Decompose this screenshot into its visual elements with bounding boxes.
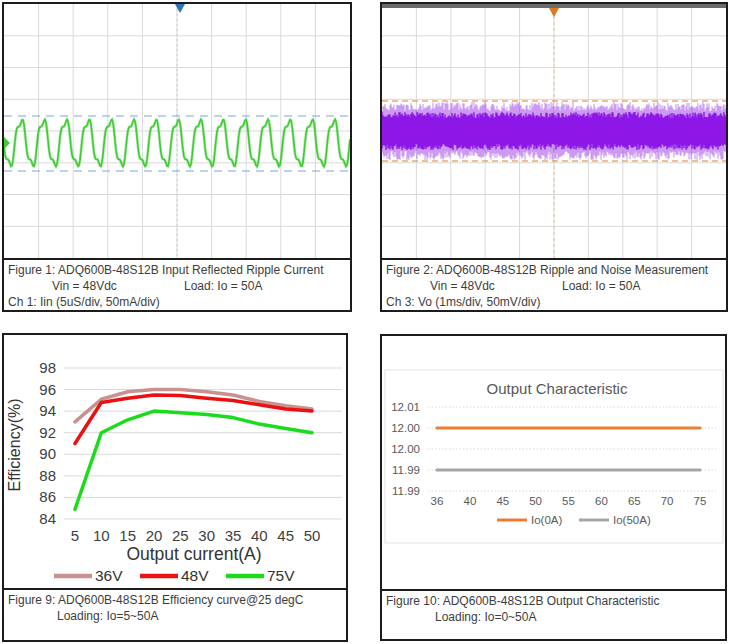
output-characteristic-chart: Output Characteristic12.0112.0012.0011.9…	[382, 336, 725, 589]
efficiency-xtick-label: 25	[172, 527, 189, 544]
output-ytick-label: 11.99	[392, 485, 420, 497]
figure10-title: Figure 10: ADQ600B-48S12B Output Charact…	[386, 593, 721, 609]
figure1-load: Load: Io = 50A	[184, 278, 262, 294]
figure2-title: Figure 2: ADQ600B-48S12B Ripple and Nois…	[386, 262, 722, 278]
output-xtick-label: 75	[694, 495, 707, 507]
output-xtick-label: 60	[595, 495, 608, 507]
output-ytick-label: 11.99	[392, 464, 420, 476]
figure2-panel: Figure 2: ADQ600B-48S12B Ripple and Nois…	[380, 2, 728, 312]
output-xtick-label: 70	[661, 495, 674, 507]
efficiency-ytick-label: 96	[39, 381, 56, 398]
scope1-waveform-chart	[4, 4, 350, 258]
figure1-channel: Ch 1: Iin (5uS/div, 50mA/div)	[8, 294, 346, 310]
legend-label-48v: 48V	[181, 567, 209, 584]
legend-label-36v: 36V	[95, 567, 123, 584]
figure1-caption: Figure 1: ADQ600B-48S12B Input Reflected…	[4, 258, 350, 310]
figure1-vin: Vin = 48Vdc	[52, 278, 117, 294]
figure2-channel: Ch 3: Vo (1ms/div, 50mV/div)	[386, 294, 722, 310]
figure2-conditions: Vin = 48Vdc Load: Io = 50A	[386, 278, 722, 294]
efficiency-line-75v	[75, 411, 312, 509]
figure9-title: Figure 9: ADQ600B-48S12B Efficiency curv…	[8, 592, 342, 608]
figure1-oscillogram	[4, 4, 350, 258]
output-xtick-label: 55	[562, 495, 575, 507]
scope2-noise-chart	[382, 4, 726, 258]
efficiency-xtick-label: 15	[119, 527, 136, 544]
output-legend-label-io50a: Io(50A)	[613, 514, 651, 526]
figure1-conditions: Vin = 48Vdc Load: Io = 50A	[8, 278, 346, 294]
efficiency-ytick-label: 92	[39, 424, 56, 441]
efficiency-xtick-label: 10	[93, 527, 110, 544]
output-xtick-label: 40	[464, 495, 477, 507]
figure1-title: Figure 1: ADQ600B-48S12B Input Reflected…	[8, 262, 346, 278]
efficiency-xaxis-label: Output current(A)	[126, 544, 261, 564]
efficiency-ytick-label: 86	[39, 488, 56, 505]
figure2-vin: Vin = 48Vdc	[430, 278, 495, 294]
figure2-oscillogram	[382, 4, 726, 258]
datasheet-figures-page: Figure 1: ADQ600B-48S12B Input Reflected…	[0, 0, 729, 644]
legend-label-75v: 75V	[267, 567, 295, 584]
efficiency-xtick-label: 50	[304, 527, 321, 544]
efficiency-ytick-label: 84	[39, 510, 56, 527]
figure9-panel: 84868890929496985101520253035404550Outpu…	[2, 333, 348, 642]
output-ytick-label: 12.00	[391, 443, 420, 455]
efficiency-xtick-label: 20	[146, 527, 163, 544]
efficiency-xtick-label: 5	[71, 527, 79, 544]
figure2-caption: Figure 2: ADQ600B-48S12B Ripple and Nois…	[382, 258, 726, 310]
figure10-output-chart: Output Characteristic12.0112.0012.0011.9…	[382, 336, 725, 589]
efficiency-line-48v	[75, 395, 312, 444]
figure2-load: Load: Io = 50A	[562, 278, 640, 294]
efficiency-xtick-label: 35	[225, 527, 242, 544]
output-ytick-label: 12.01	[391, 401, 420, 413]
scope2-noise-trace	[382, 112, 726, 150]
efficiency-ytick-label: 98	[39, 359, 56, 376]
efficiency-ytick-label: 90	[39, 445, 56, 462]
efficiency-yaxis-label: Efficiency(%)	[6, 398, 23, 491]
efficiency-xtick-label: 40	[251, 527, 268, 544]
figure9-loading: Loading: Io=5~50A	[8, 608, 342, 624]
efficiency-ytick-label: 88	[39, 467, 56, 484]
scope2-top-bar	[382, 4, 726, 8]
efficiency-line-chart: 84868890929496985101520253035404550Outpu…	[4, 335, 346, 586]
figure10-caption: Figure 10: ADQ600B-48S12B Output Charact…	[382, 589, 725, 639]
figure9-efficiency-chart: 84868890929496985101520253035404550Outpu…	[4, 335, 346, 588]
efficiency-ytick-label: 94	[39, 402, 56, 419]
output-legend-label-io0a: Io(0A)	[531, 514, 562, 526]
output-xtick-label: 45	[496, 495, 509, 507]
efficiency-xtick-label: 45	[277, 527, 294, 544]
output-xtick-label: 36	[431, 495, 444, 507]
figure9-caption: Figure 9: ADQ600B-48S12B Efficiency curv…	[4, 588, 346, 640]
output-xtick-label: 65	[628, 495, 641, 507]
output-xtick-label: 50	[529, 495, 542, 507]
figure10-loading: Loading: Io=0~50A	[386, 609, 721, 625]
output-chart-title: Output Characteristic	[487, 380, 628, 397]
efficiency-xtick-label: 30	[198, 527, 215, 544]
figure1-panel: Figure 1: ADQ600B-48S12B Input Reflected…	[2, 2, 352, 312]
scope2-trigger-marker-icon	[549, 8, 559, 17]
output-ytick-label: 12.00	[391, 422, 420, 434]
scope2-channel3-marker-icon	[382, 125, 388, 137]
scope1-channel1-marker-icon	[4, 137, 10, 149]
figure10-panel: Output Characteristic12.0112.0012.0011.9…	[380, 334, 727, 641]
